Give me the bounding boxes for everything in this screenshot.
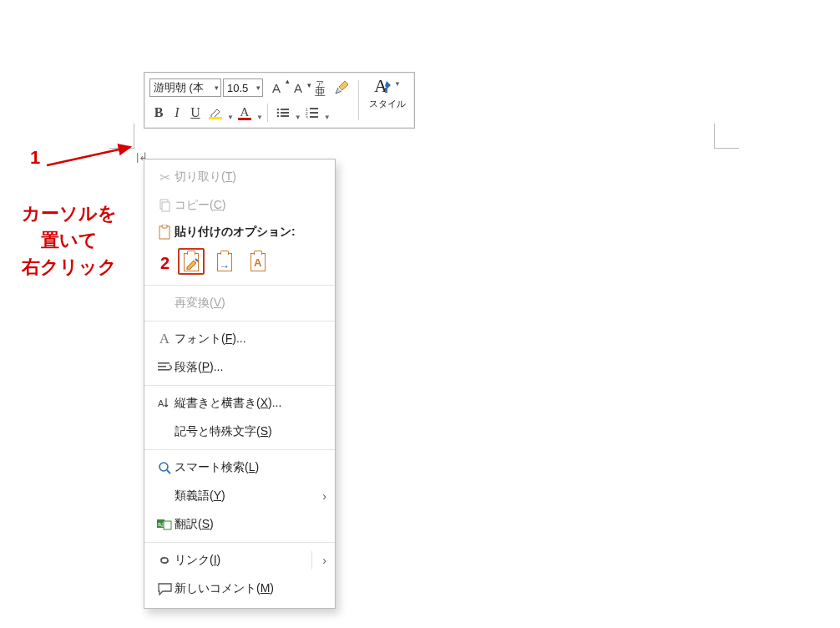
- page-margin-corner-tr: [714, 124, 739, 149]
- format-painter-button[interactable]: [332, 78, 352, 98]
- svg-point-21: [159, 463, 168, 471]
- paste-options-label: 貼り付けのオプション:: [175, 225, 326, 240]
- mini-toolbar: 游明朝 (本 ▾ 10.5 ▾ A▴ A▾ ア 亜 B I: [144, 72, 415, 129]
- paste-merge-formatting[interactable]: →: [211, 248, 238, 275]
- menu-reconvert: 再変換(V): [144, 289, 335, 317]
- menu-paragraph[interactable]: 段落(P)...: [144, 353, 335, 382]
- menu-link[interactable]: リンク(I) ›: [144, 546, 335, 575]
- link-icon: [154, 555, 175, 565]
- svg-rect-5: [281, 115, 289, 117]
- numbering-icon: 123: [306, 107, 319, 119]
- chevron-down-icon: ▾: [256, 84, 261, 92]
- paintbrush-icon: [385, 79, 393, 94]
- paste-text-only[interactable]: A: [245, 248, 271, 275]
- chevron-right-icon: ›: [322, 554, 326, 567]
- toolbar-separator: [358, 80, 359, 120]
- paintbrush-icon: [334, 79, 351, 96]
- paragraph-icon: [154, 362, 175, 373]
- chevron-right-icon: ›: [322, 489, 326, 503]
- translate-icon: aあ: [154, 518, 175, 531]
- menu-separator: [144, 385, 335, 386]
- annotation-instruction: カーソルを 置いて 右クリック: [7, 200, 132, 281]
- increase-font-button[interactable]: A▴: [266, 78, 286, 98]
- annotation-arrow: [40, 132, 140, 174]
- styles-button[interactable]: A ▼ スタイル: [369, 76, 406, 124]
- menu-font-label: フォント(F)...: [175, 332, 326, 347]
- bullets-button[interactable]: [273, 103, 293, 123]
- menu-symbols-label: 記号と特殊文字(S): [175, 424, 326, 439]
- chevron-down-icon[interactable]: ▼: [295, 114, 301, 121]
- paste-keep-source-formatting[interactable]: [178, 248, 205, 275]
- font-name-combo[interactable]: 游明朝 (本 ▾: [149, 78, 221, 97]
- menu-cut: ✂ 切り取り(T): [144, 163, 335, 191]
- menu-reconvert-label: 再変換(V): [175, 296, 326, 311]
- svg-text:A: A: [158, 398, 164, 408]
- clipboard-text-icon: A: [249, 251, 267, 271]
- svg-rect-9: [310, 112, 318, 114]
- menu-cut-label: 切り取り(T): [175, 170, 326, 185]
- highlight-color-button[interactable]: [205, 103, 225, 123]
- menu-copy-label: コピー(C): [175, 198, 326, 213]
- svg-rect-7: [310, 108, 318, 109]
- menu-new-comment[interactable]: 新しいコメント(M): [144, 575, 335, 603]
- highlight-color-swatch: [209, 117, 222, 119]
- svg-point-0: [277, 109, 280, 111]
- text-direction-icon: A: [154, 397, 175, 410]
- svg-point-2: [277, 112, 280, 114]
- menu-separator: [144, 542, 335, 543]
- menu-smart-lookup[interactable]: スマート検索(L): [144, 453, 335, 482]
- search-icon: [154, 461, 175, 474]
- submenu-separator: [311, 551, 312, 570]
- font-color-button[interactable]: A: [235, 103, 255, 123]
- svg-line-26: [47, 147, 130, 165]
- menu-new-comment-label: 新しいコメント(M): [175, 581, 326, 596]
- styles-label: スタイル: [369, 95, 406, 112]
- svg-rect-11: [310, 116, 318, 118]
- bullets-icon: [276, 107, 290, 119]
- font-color-swatch: [238, 118, 251, 120]
- font-size-combo[interactable]: 10.5 ▾: [223, 78, 263, 97]
- menu-text-direction[interactable]: A 縦書きと横書き(X)...: [144, 389, 335, 418]
- decrease-font-button[interactable]: A▾: [288, 78, 308, 98]
- svg-rect-16: [162, 225, 167, 228]
- menu-paragraph-label: 段落(P)...: [175, 360, 326, 375]
- numbering-button[interactable]: 123: [302, 103, 322, 123]
- svg-rect-14: [162, 202, 170, 211]
- svg-text:3: 3: [306, 115, 308, 119]
- scissors-icon: ✂: [154, 170, 175, 185]
- font-name-value: 游明朝 (本: [154, 80, 204, 95]
- ruby-bottom: 亜: [315, 88, 326, 95]
- bold-button[interactable]: B: [150, 103, 167, 123]
- comment-icon: [154, 583, 175, 595]
- chevron-down-icon[interactable]: ▼: [256, 114, 263, 121]
- phonetic-guide-button[interactable]: ア 亜: [310, 78, 330, 98]
- toolbar-separator: [267, 104, 268, 122]
- menu-font[interactable]: A フォント(F)...: [144, 325, 335, 353]
- menu-separator: [144, 285, 335, 286]
- context-menu: ✂ 切り取り(T) コピー(C) 貼り付けのオプション: → A: [144, 159, 336, 609]
- menu-text-direction-label: 縦書きと横書き(X)...: [175, 396, 326, 411]
- chevron-down-icon[interactable]: ▼: [324, 114, 331, 121]
- font-size-value: 10.5: [227, 82, 248, 94]
- chevron-down-icon[interactable]: ▼: [227, 114, 234, 121]
- font-icon: A: [154, 331, 175, 347]
- svg-rect-3: [281, 112, 289, 114]
- underline-button[interactable]: U: [187, 103, 204, 123]
- menu-synonyms-label: 類義語(Y): [175, 489, 317, 504]
- chevron-down-icon: ▾: [215, 84, 219, 92]
- clipboard-brush-icon: [182, 251, 200, 271]
- menu-separator: [144, 449, 335, 450]
- annotation-step-1: 1: [30, 147, 40, 169]
- italic-button[interactable]: I: [169, 103, 185, 123]
- menu-copy: コピー(C): [144, 191, 335, 220]
- menu-translate-label: 翻訳(S): [175, 517, 326, 532]
- menu-symbols[interactable]: 記号と特殊文字(S): [144, 418, 335, 446]
- copy-icon: [154, 199, 175, 212]
- svg-rect-25: [164, 521, 171, 529]
- menu-synonyms[interactable]: 類義語(Y) ›: [144, 482, 335, 510]
- menu-link-label: リンク(I): [175, 553, 306, 568]
- menu-smart-lookup-label: スマート検索(L): [175, 460, 326, 475]
- svg-rect-18: [158, 366, 166, 367]
- svg-rect-17: [158, 362, 170, 364]
- menu-translate[interactable]: aあ 翻訳(S): [144, 510, 335, 539]
